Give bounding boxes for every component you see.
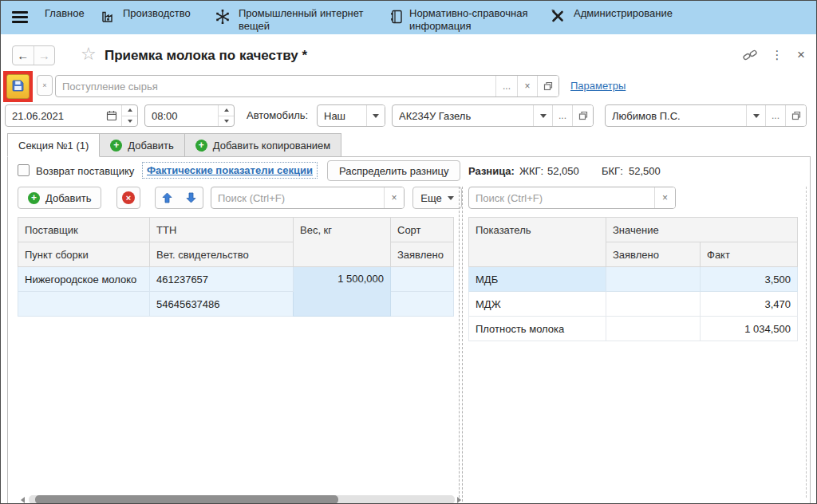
- more-label: Еще: [420, 192, 441, 204]
- driver-input[interactable]: [606, 105, 746, 126]
- right-splitter[interactable]: [806, 187, 807, 498]
- col-header-grade[interactable]: Сорт: [391, 218, 454, 242]
- cell-ttn[interactable]: 461237657: [150, 267, 294, 292]
- scrollbar-thumb[interactable]: [35, 495, 338, 504]
- move-down-button[interactable]: [179, 187, 203, 209]
- cell-weight[interactable]: 1 500,000: [294, 267, 391, 317]
- scroll-left-icon[interactable]: [21, 497, 25, 503]
- save-button[interactable]: [6, 74, 30, 99]
- chevron-down-icon[interactable]: [746, 105, 765, 126]
- main-menu-icon[interactable]: [12, 11, 28, 24]
- horizontal-scrollbar[interactable]: [29, 495, 455, 504]
- table-row[interactable]: Нижегородское молоко 461237657 1 500,000: [18, 267, 454, 292]
- application-window: Главное Производство Промышленный интерн…: [0, 0, 817, 504]
- more-menu-icon[interactable]: ⋮: [768, 46, 786, 64]
- choose-ellipsis-icon[interactable]: ...: [552, 105, 572, 126]
- col-header-weight[interactable]: Вес, кг: [294, 218, 391, 267]
- search-input[interactable]: [211, 187, 384, 208]
- vehicle-ownership-select: [317, 104, 385, 127]
- vehicle-ownership-input[interactable]: [318, 105, 366, 126]
- time-input[interactable]: [145, 105, 218, 126]
- add-row-label: Добавить: [45, 192, 91, 204]
- table-row[interactable]: МДБ 3,500: [469, 267, 798, 292]
- cell-vet-certificate[interactable]: 54645637486: [150, 292, 294, 317]
- col-header-value[interactable]: Значение: [606, 218, 798, 242]
- open-item-icon[interactable]: [572, 105, 593, 126]
- col-header-vet-certificate[interactable]: Вет. свидетельство: [150, 242, 294, 267]
- col-header-declared[interactable]: Заявлено: [606, 242, 701, 267]
- chevron-down-icon[interactable]: [533, 105, 552, 126]
- col-header-collection-point[interactable]: Пункт сборки: [18, 242, 150, 267]
- actual-indicators-link[interactable]: Фактические показатели секции: [142, 162, 318, 179]
- clear-icon[interactable]: ×: [517, 76, 537, 96]
- col-header-ttn[interactable]: ТТН: [150, 218, 294, 242]
- col-header-declared[interactable]: Заявлено: [391, 242, 454, 267]
- tutorial-highlight-frame: [3, 71, 33, 102]
- floppy-disk-icon: [12, 80, 24, 94]
- back-button[interactable]: ←: [13, 46, 34, 65]
- chevron-down-icon[interactable]: [366, 105, 385, 126]
- delete-row-button[interactable]: ×: [116, 187, 140, 209]
- cell-indicator[interactable]: Плотность молока: [469, 317, 606, 341]
- cell-fact[interactable]: 3,500: [701, 267, 798, 292]
- add-row-button[interactable]: + Добавить: [18, 187, 101, 209]
- tab-section-1[interactable]: Секция №1 (1): [7, 133, 100, 157]
- navigation-buttons: ← →: [12, 45, 55, 65]
- return-to-supplier-checkbox[interactable]: [18, 164, 30, 176]
- cell-declared[interactable]: [606, 267, 701, 292]
- scroll-right-icon[interactable]: [457, 497, 461, 503]
- base-document-input[interactable]: [56, 76, 495, 96]
- panel-splitter[interactable]: [459, 187, 463, 504]
- time-spinner[interactable]: [218, 105, 234, 126]
- open-document-icon[interactable]: [537, 76, 558, 96]
- move-up-button[interactable]: [155, 187, 180, 209]
- menu-item-production[interactable]: Производство: [123, 7, 191, 20]
- menu-item-iot[interactable]: Промышленный интернет вещей: [239, 7, 373, 33]
- cell-fact[interactable]: 1 034,500: [701, 317, 798, 341]
- cell-indicator[interactable]: МДЖ: [469, 292, 606, 317]
- vehicle-input[interactable]: [393, 105, 533, 126]
- tab-add-section-copy[interactable]: + Добавить копированием: [184, 133, 342, 157]
- choose-ellipsis-icon[interactable]: ...: [495, 76, 517, 96]
- search-input[interactable]: [469, 187, 654, 208]
- menu-item-reference[interactable]: Нормативно-справочная информация: [409, 7, 537, 33]
- col-header-indicator[interactable]: Показатель: [469, 218, 606, 267]
- date-spinner[interactable]: [121, 105, 137, 126]
- open-item-icon[interactable]: [785, 105, 806, 126]
- date-input[interactable]: [6, 105, 102, 126]
- col-header-supplier[interactable]: Поставщик: [18, 218, 150, 242]
- forward-button[interactable]: →: [34, 46, 55, 65]
- more-actions-button[interactable]: Еще: [412, 187, 462, 209]
- clear-search-icon[interactable]: ×: [384, 187, 404, 208]
- vehicle-label: Автомобиль:: [247, 109, 308, 121]
- tab-label: Добавить: [128, 140, 173, 152]
- cell-collection-point[interactable]: [18, 292, 150, 317]
- parameters-link[interactable]: Параметры: [570, 80, 626, 92]
- table-row[interactable]: МДЖ 3,470: [469, 292, 798, 317]
- get-link-icon[interactable]: [741, 46, 759, 64]
- table-row[interactable]: Плотность молока 1 034,500: [469, 317, 798, 341]
- menu-item-administration[interactable]: Администрирование: [574, 7, 673, 20]
- tab-add-section[interactable]: + Добавить: [99, 133, 184, 157]
- indicators-table: Показатель Значение Заявлено Факт МДБ 3,…: [468, 217, 798, 341]
- distribute-difference-button[interactable]: Распределить разницу: [327, 160, 460, 181]
- top-menu-bar: Главное Производство Промышленный интерн…: [1, 1, 816, 34]
- calendar-icon[interactable]: [102, 105, 121, 126]
- cell-declared[interactable]: [606, 292, 701, 317]
- choose-ellipsis-icon[interactable]: ...: [765, 105, 785, 126]
- cell-grade[interactable]: [391, 267, 454, 292]
- cell-declared[interactable]: [606, 317, 701, 341]
- save-options-button[interactable]: ×: [37, 75, 53, 96]
- cell-declared[interactable]: [391, 292, 454, 317]
- time-field-group: [144, 104, 235, 127]
- close-icon[interactable]: ×: [792, 46, 810, 64]
- col-header-fact[interactable]: Факт: [701, 242, 798, 267]
- cell-supplier[interactable]: Нижегородское молоко: [18, 267, 150, 292]
- cell-indicator[interactable]: МДБ: [469, 267, 606, 292]
- menu-item-main[interactable]: Главное: [45, 7, 85, 20]
- right-search-group: ×: [468, 187, 676, 209]
- cell-fact[interactable]: 3,470: [701, 292, 798, 317]
- favorite-star-icon[interactable]: ☆: [81, 45, 97, 64]
- clear-search-icon[interactable]: ×: [654, 187, 675, 208]
- arrow-up-icon: [162, 192, 172, 203]
